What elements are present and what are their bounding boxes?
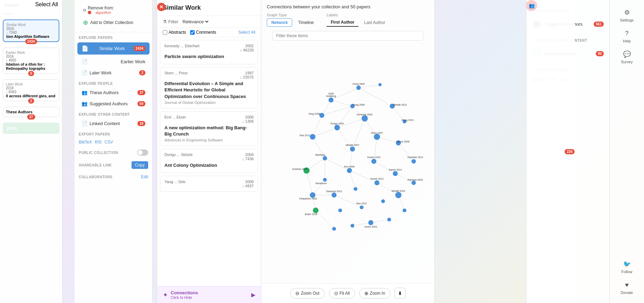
relevance-select[interactable]: Relevance xyxy=(181,19,210,25)
these-authors-menu-item[interactable]: 👥 These Authors 37 xyxy=(75,87,152,98)
node-moraboon-label: Moraboon xyxy=(316,182,327,185)
node-mirialili-2007 xyxy=(350,146,355,152)
first-author-tab[interactable]: First Author xyxy=(327,18,358,27)
svg-line-6 xyxy=(313,115,322,137)
edit-btn[interactable]: Edit xyxy=(141,174,148,179)
paper-card-2[interactable]: Earlier Work 2016 ↓ 4955 lidation of a i… xyxy=(3,48,59,74)
plus-circle-icon: ⊕ xyxy=(83,19,88,26)
similar-work-menu-item[interactable]: 📄 Similar Work 2434 xyxy=(77,42,150,55)
abstracts-checkbox[interactable] xyxy=(163,30,167,35)
filter-icon: ⚗ xyxy=(163,19,167,24)
paper-item-2[interactable]: Storn ... Price 1997 ↓ 23575 Differentia… xyxy=(160,67,258,108)
donate-btn[interactable]: ♥ Donate xyxy=(610,278,644,297)
paper-5-year: 2009 xyxy=(242,180,254,184)
node-250-540 xyxy=(338,208,342,212)
graph-title: Connections between your collection and … xyxy=(267,4,429,9)
paper-card-3-citations: ↓ 8363 xyxy=(6,90,56,94)
graph-area[interactable]: Goldberg 2008 iYang 2009 Yang 2008 iYang… xyxy=(261,45,434,253)
timeline-tab[interactable]: Timeline xyxy=(294,18,318,27)
node-sadollah-label: Sadollah 2012 xyxy=(407,156,423,158)
node-rao-2012 xyxy=(359,205,364,209)
node-kaveh-2014 xyxy=(392,171,398,177)
export-row: BibTeX RIS CSV xyxy=(75,138,152,147)
paper-card-1-label: Similar Work xyxy=(6,23,56,27)
node-410-570 xyxy=(387,218,391,222)
public-collection-toggle[interactable] xyxy=(137,149,148,156)
last-author-tab[interactable]: Last Author xyxy=(360,18,389,27)
bibtex-btn[interactable]: BibTeX xyxy=(79,140,92,145)
modal-select-all[interactable]: Select All xyxy=(238,30,255,35)
settings-btn[interactable]: ⚙ Settings xyxy=(610,6,644,25)
shareable-link-label: SHAREABLE LINK xyxy=(79,163,112,167)
survey-btn[interactable]: 💬 Survey xyxy=(610,47,644,67)
graph-panel: Connections between your collection and … xyxy=(261,0,435,303)
node-geem-label: Geem 2001 xyxy=(364,226,377,228)
suggested-authors-badge: 54 xyxy=(137,101,145,106)
node-dorigo-2004-label: Dorigo 2004 xyxy=(330,122,344,125)
suggested-authors-label: Suggested Authors xyxy=(90,101,128,106)
linked-content-right-badge: 90 xyxy=(596,51,604,56)
paper-1-title: Particle swarm optimization xyxy=(164,54,254,60)
filter-items-input[interactable] xyxy=(272,31,423,41)
paper-4-citations: ↓ 7436 xyxy=(242,157,254,161)
filter-label: Filter xyxy=(168,19,178,24)
network-tab[interactable]: Network xyxy=(267,18,292,27)
survey-label: Survey xyxy=(621,60,633,64)
algorithm-tag: algorithm xyxy=(95,10,111,15)
document-icon: 📄 xyxy=(82,45,88,52)
paper-card-2-label: Earlier Work xyxy=(6,51,56,55)
earlier-work-menu-item[interactable]: 📄 Earlier Work xyxy=(75,56,152,67)
comments-checkbox-label[interactable]: Comments xyxy=(190,30,216,35)
csv-btn[interactable]: CSV xyxy=(104,140,113,145)
node-rao-2011 xyxy=(310,134,316,140)
shareable-link-row: SHAREABLE LINK Copy xyxy=(75,158,152,172)
paper-2-title: Differential Evolution – A Simple and Ef… xyxy=(164,81,254,100)
paper-card-1[interactable]: Similar Work 2016 ↓ 7343 tion Algorithm … xyxy=(3,19,59,42)
node-460-540 xyxy=(402,208,407,212)
paper-5-meta: Yang ... Deb 2009 ↓ 4937 xyxy=(164,180,254,188)
paper-card-3[interactable]: Later Work 2018 ↓ 8363 ll across differe… xyxy=(3,79,59,101)
donate-icon: ♥ xyxy=(623,281,631,289)
linked-content-menu-item[interactable]: 📄 Linked Content 18 xyxy=(75,118,152,129)
graph-header: Connections between your collection and … xyxy=(261,0,434,45)
connections-bar[interactable]: ✦ Connections Click to Hide ▶ xyxy=(157,286,261,303)
help-btn[interactable]: ? Help xyxy=(610,26,644,46)
suggested-authors-menu-item[interactable]: 👥 Suggested Authors 54 xyxy=(75,98,152,109)
paper-card-4[interactable]: These Authors 37 xyxy=(3,107,59,117)
add-to-collection-item[interactable]: ⊕ Add to Other Collection xyxy=(79,17,148,28)
node-kaveh-2014-label: Kaveh 2014 xyxy=(389,169,402,171)
paper-item-4[interactable]: Dorigo ... Stützle 2004 ↓ 7436 Ant Colon… xyxy=(160,149,258,173)
paper-item-3[interactable]: Erol ... Eksin 2006 ↓ 1306 A new optimiz… xyxy=(160,111,258,146)
explore-right-these-authors[interactable]: 👥 These Authors 226 xyxy=(526,0,575,303)
node-butler xyxy=(313,207,319,214)
abstracts-checkbox-label[interactable]: Abstracts xyxy=(163,30,186,35)
similar-work-modal: Similar Work ⚗ Filter Relevance Abstract… xyxy=(157,0,261,303)
zoom-out-btn[interactable]: ⊖ Zoom Out xyxy=(290,288,324,298)
later-work-menu-item[interactable]: 📄 Later Work 2 xyxy=(75,67,152,78)
paper-card-4-title: These Authors xyxy=(6,110,56,114)
zoom-in-btn[interactable]: ⊕ Zoom In xyxy=(359,288,390,298)
fit-all-btn[interactable]: ⊙ Fit All xyxy=(329,288,355,298)
copy-btn[interactable]: Copy xyxy=(132,161,148,169)
follow-btn[interactable]: 🐦 Follow xyxy=(610,257,644,277)
remove-from-item[interactable]: ⊖ Remove from: algorithm xyxy=(79,3,148,17)
paper-card-3-badge: 2 xyxy=(28,98,34,104)
download-btn[interactable]: ⬇ xyxy=(395,288,406,299)
filter-btn[interactable]: ⚗ Filter xyxy=(163,19,178,24)
modal-close-btn[interactable]: ✕ xyxy=(157,3,166,11)
paper-item-5[interactable]: Yang ... Deb 2009 ↓ 4937 xyxy=(160,176,258,192)
ris-btn[interactable]: RIS xyxy=(95,140,102,145)
svg-line-2 xyxy=(331,100,353,106)
svg-line-26 xyxy=(377,183,398,195)
paper-2-journal: Journal of Global Optimization xyxy=(164,100,254,105)
select-all-link[interactable]: Select All xyxy=(0,0,62,303)
paper-item-1[interactable]: Kennedy ... Eberhart 2002 ↓ 46228 Partic… xyxy=(160,40,258,64)
earlier-work-icon: 📄 xyxy=(82,59,87,64)
node-dorigo-2004 xyxy=(334,124,340,131)
paper-4-authors: Dorigo ... Stützle xyxy=(164,153,193,157)
node-yang-2008-label: Yang 2008 xyxy=(308,113,320,115)
comments-checkbox[interactable] xyxy=(190,30,195,35)
node-380-130 xyxy=(378,83,382,87)
explore-papers-header: EXPLORE PAPERS xyxy=(75,32,152,41)
node-kirkpatrick-label: Kirkpatrick 1983 xyxy=(299,197,317,200)
